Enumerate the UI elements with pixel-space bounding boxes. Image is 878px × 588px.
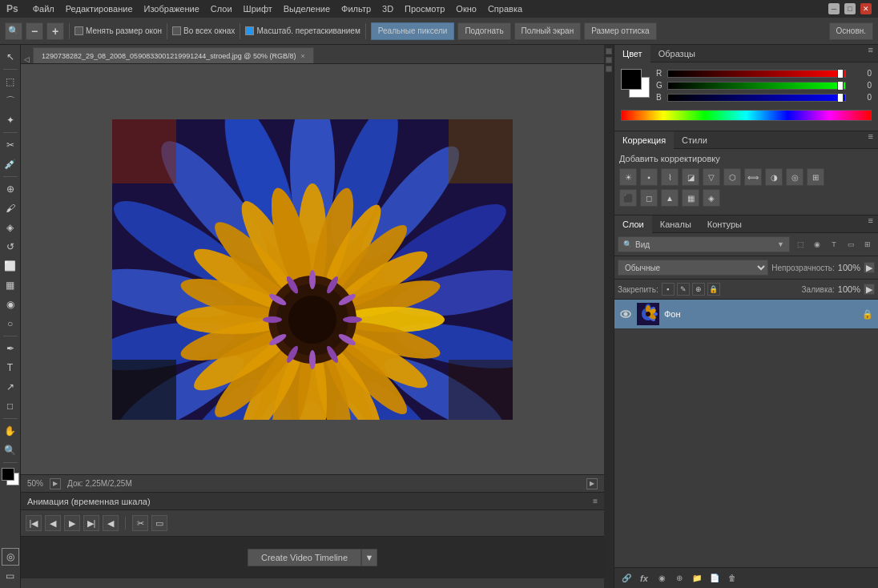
go-first-button[interactable]: |◀ [26, 515, 42, 531]
filter-adjust-icon[interactable]: ◉ [810, 237, 824, 252]
photo-filter-icon[interactable]: ◎ [786, 168, 803, 186]
scale-drag-check[interactable] [245, 26, 254, 35]
magic-wand-tool[interactable]: ✦ [2, 111, 19, 129]
menu-view[interactable]: Просмотр [400, 2, 449, 15]
zoom-tool[interactable]: 🔍 [2, 441, 19, 459]
zoom-tool-icon[interactable]: 🔍 [5, 22, 22, 40]
menu-layers[interactable]: Слои [206, 2, 237, 15]
all-windows-check[interactable] [172, 26, 181, 35]
brush-tool[interactable]: 🖌 [2, 199, 19, 217]
create-timeline-button[interactable]: Create Video Timeline [248, 549, 361, 566]
tab-paths[interactable]: Контуры [699, 215, 750, 233]
clip-end-button[interactable]: ▭ [151, 515, 167, 531]
create-timeline-dropdown[interactable]: ▼ [361, 549, 377, 566]
screen-mode-button[interactable]: ▭ [2, 567, 19, 585]
right-collapse-icon[interactable] [606, 48, 612, 54]
correction-panel-menu[interactable]: ≡ [864, 131, 878, 148]
filter-pixel-icon[interactable]: ⬚ [793, 237, 808, 252]
marquee-tool[interactable]: ⬚ [2, 73, 19, 91]
pen-tool[interactable]: ✒ [2, 340, 19, 357]
menu-help[interactable]: Справка [483, 2, 527, 15]
panel-toggle-left[interactable]: ◁ [24, 55, 33, 63]
eraser-tool[interactable]: ⬜ [2, 257, 19, 275]
threshold-icon[interactable]: ▲ [661, 189, 679, 207]
status-info-button[interactable]: ▶ [50, 478, 61, 489]
tab-close-button[interactable]: × [300, 52, 304, 60]
timeline-menu-icon[interactable]: ≡ [593, 497, 598, 505]
quick-mask-button[interactable]: ◎ [2, 548, 19, 566]
menu-image[interactable]: Изображение [139, 2, 204, 15]
canvas-viewport[interactable] [21, 64, 604, 474]
hsl-icon[interactable]: ⬡ [723, 168, 741, 186]
tab-swatches[interactable]: Образцы [650, 45, 703, 62]
tab-layers[interactable]: Слои [614, 215, 652, 233]
posterize-icon[interactable]: ◻ [640, 189, 658, 207]
menu-filter[interactable]: Фильтр [336, 2, 376, 15]
color-balance-icon[interactable]: ⟺ [744, 168, 762, 186]
lock-position-icon[interactable]: ✎ [677, 283, 690, 296]
close-button[interactable]: ✕ [860, 3, 872, 14]
filter-shape-icon[interactable]: ▭ [844, 237, 858, 252]
vibrance-icon[interactable]: ▽ [703, 168, 720, 186]
tab-correction[interactable]: Коррекция [614, 131, 674, 149]
change-window-size-check[interactable] [75, 26, 83, 35]
red-slider-track[interactable] [667, 70, 846, 78]
color-panel-menu[interactable]: ≡ [864, 45, 878, 62]
text-tool[interactable]: T [2, 359, 19, 377]
levels-icon[interactable]: ▪ [640, 168, 658, 186]
go-next-button[interactable]: ▶| [83, 515, 99, 531]
crop-tool[interactable]: ✂ [2, 136, 19, 154]
lock-all-icon[interactable]: ⊕ [692, 283, 705, 296]
green-slider-track[interactable] [667, 82, 846, 90]
menu-font[interactable]: Шрифт [239, 2, 277, 15]
add-mask-icon[interactable]: ◉ [654, 571, 669, 586]
heal-tool[interactable]: ⊕ [2, 180, 19, 198]
workspace-button[interactable]: Основн. [829, 22, 873, 40]
fill-stepper[interactable]: ▶ [864, 284, 875, 295]
opacity-stepper[interactable]: ▶ [864, 262, 875, 273]
blue-slider-thumb[interactable] [837, 93, 844, 103]
add-adjustment-icon[interactable]: ⊕ [672, 571, 687, 586]
hand-tool[interactable]: ✋ [2, 422, 19, 440]
lock-lock-icon[interactable]: 🔒 [707, 283, 720, 296]
right-icon-2[interactable] [606, 57, 612, 63]
fx-icon[interactable]: fx [637, 571, 651, 586]
red-slider-thumb[interactable] [837, 69, 844, 79]
play-button[interactable]: ▶ [64, 515, 80, 531]
change-window-size-checkbox[interactable]: Менять размер окон [75, 26, 162, 35]
clip-start-button[interactable]: ✂ [132, 515, 148, 531]
exposure-icon[interactable]: ◪ [682, 168, 699, 186]
all-windows-checkbox[interactable]: Во всех окнах [172, 26, 235, 35]
channel-mix-icon[interactable]: ⊞ [807, 168, 824, 186]
blend-mode-select[interactable]: Обычные [618, 260, 768, 276]
bw-icon[interactable]: ◑ [765, 168, 783, 186]
add-layer-icon[interactable]: 📄 [707, 571, 722, 586]
minimize-button[interactable]: ─ [828, 3, 840, 14]
layer-item-background[interactable]: Фон 🔒 [614, 300, 878, 329]
menu-3d[interactable]: 3D [377, 2, 398, 15]
gradient-map-icon[interactable]: ▦ [682, 189, 699, 207]
layer-visibility-toggle[interactable] [619, 308, 632, 320]
print-size-button[interactable]: Размер оттиска [584, 22, 656, 40]
invert-icon[interactable]: ⬛ [619, 189, 637, 207]
scale-drag-checkbox[interactable]: Масштаб. перетаскиванием [245, 26, 360, 35]
real-pixels-button[interactable]: Реальные пиксели [371, 22, 455, 40]
go-last-button[interactable]: ◀ [103, 515, 119, 531]
filter-smart-icon[interactable]: ⊞ [860, 237, 875, 252]
history-brush-tool[interactable]: ↺ [2, 238, 19, 256]
tab-styles[interactable]: Стили [674, 131, 715, 149]
green-slider-thumb[interactable] [837, 81, 844, 91]
tab-channels[interactable]: Каналы [652, 215, 699, 233]
link-layers-icon[interactable]: 🔗 [619, 571, 634, 586]
zoom-out-button[interactable]: − [26, 22, 43, 40]
shape-tool[interactable]: □ [2, 397, 19, 415]
filter-text-icon[interactable]: T [827, 237, 841, 252]
add-group-icon[interactable]: 📁 [690, 571, 704, 586]
stamp-tool[interactable]: ◈ [2, 219, 19, 236]
eyedropper-tool[interactable]: 💉 [2, 155, 19, 173]
curves-icon[interactable]: ⌇ [661, 168, 679, 186]
fit-button[interactable]: Подогнать [457, 22, 510, 40]
layers-filter-select[interactable]: 🔍 Вид ▼ [618, 236, 790, 252]
path-select-tool[interactable]: ↗ [2, 378, 19, 396]
color-spectrum-bar[interactable] [621, 110, 872, 121]
